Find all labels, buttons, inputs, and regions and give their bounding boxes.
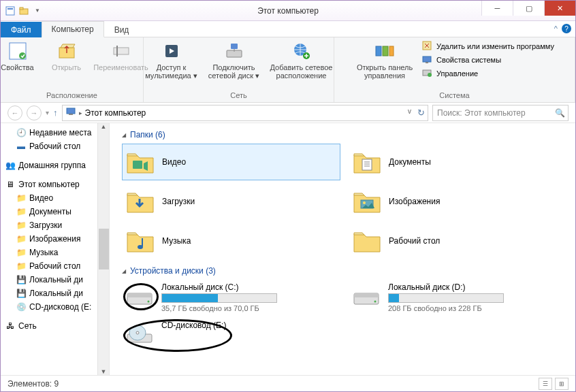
ribbon-sysprops[interactable]: Свойства системы xyxy=(421,54,554,66)
tree-documents[interactable]: 📁Документы xyxy=(5,205,109,218)
group-system-label: Система xyxy=(439,90,469,102)
svg-rect-18 xyxy=(423,56,431,62)
drive-c[interactable]: Локальный диск (C:) 35,7 ГБ свободно из … xyxy=(122,280,340,315)
ribbon-properties[interactable]: Свойства xyxy=(0,39,42,73)
capacity-bar xyxy=(161,293,277,303)
mapdrive-icon xyxy=(223,40,245,62)
tree-drived[interactable]: 💾Локальный ди xyxy=(5,287,109,300)
nav-tree: 🕘Недавние места ▬Рабочий стол 👥Домашняя … xyxy=(1,123,110,375)
hdd-icon xyxy=(125,282,155,310)
folder-icon xyxy=(125,186,155,216)
tree-drivec[interactable]: 💾Локальный ди xyxy=(5,273,109,287)
drive-e[interactable]: CD-дисковод (E:) xyxy=(122,318,340,350)
qat-dropdown-icon[interactable]: ▼ xyxy=(32,5,43,16)
svg-point-37 xyxy=(136,331,139,334)
capacity-bar xyxy=(388,293,504,303)
cdrom-icon: 💿 xyxy=(16,301,27,312)
tab-file[interactable]: Файл xyxy=(1,22,42,37)
minimize-button[interactable]: ─ xyxy=(481,1,513,16)
address-bar[interactable]: ▸ Этот компьютер v ↻ xyxy=(62,105,429,121)
ribbon-media[interactable]: Доступ к мультимедиа ▾ xyxy=(141,39,202,82)
svg-rect-0 xyxy=(6,7,14,15)
up-button[interactable]: ↑ xyxy=(53,108,58,118)
dropdown-icon[interactable]: v xyxy=(408,108,411,115)
tree-recent[interactable]: 🕘Недавние места xyxy=(5,126,109,140)
ribbon-mapdrive[interactable]: Подключить сетевой диск ▾ xyxy=(204,39,265,82)
maximize-button[interactable]: ▢ xyxy=(513,1,544,16)
svg-rect-8 xyxy=(116,46,118,56)
drive-icon: 💾 xyxy=(16,274,27,285)
tab-computer[interactable]: Компьютер xyxy=(42,21,104,37)
folder-icon xyxy=(352,186,382,216)
sysprops-icon xyxy=(421,54,432,66)
svg-rect-15 xyxy=(383,46,388,56)
drive-d[interactable]: Локальный диск (D:) 208 ГБ свободно из 2… xyxy=(349,280,567,315)
ribbon-manage[interactable]: Управление xyxy=(421,67,554,80)
svg-rect-23 xyxy=(69,114,73,115)
search-box[interactable]: Поиск: Этот компьютер 🔍 xyxy=(432,105,569,121)
tree-video[interactable]: 📁Видео xyxy=(5,191,109,205)
tree-scrollbar[interactable]: ▲▼ xyxy=(97,123,109,375)
folder-icon xyxy=(352,147,382,177)
tree-cdrom[interactable]: 💿CD-дисковод (E: xyxy=(5,300,109,314)
forward-button[interactable]: → xyxy=(27,105,42,120)
controlpanel-icon xyxy=(374,40,396,62)
tree-desktop[interactable]: ▬Рабочий стол xyxy=(5,140,109,153)
recent-icon: 🕘 xyxy=(16,127,27,138)
pictures-icon: 📁 xyxy=(16,233,27,244)
back-button[interactable]: ← xyxy=(7,105,22,120)
svg-point-28 xyxy=(138,245,143,249)
tree-thispc[interactable]: 🖥Этот компьютер xyxy=(5,178,109,191)
ribbon-addloc[interactable]: Добавить сетевое расположение xyxy=(266,39,337,82)
folder-desktop[interactable]: Рабочий стол xyxy=(349,223,567,259)
svg-point-31 xyxy=(148,301,150,303)
ribbon-uninstall[interactable]: Удалить или изменить программу xyxy=(421,40,554,52)
qat-properties-icon[interactable] xyxy=(5,5,16,16)
svg-rect-22 xyxy=(67,108,75,114)
status-bar: Элементов: 9 ☰ ⊞ xyxy=(1,375,575,391)
group-location-label: Расположение xyxy=(46,90,97,102)
tree-network[interactable]: 🖧Сеть xyxy=(5,319,109,333)
ribbon-tabs: Файл Компьютер Вид ^ ? xyxy=(1,21,575,37)
svg-rect-30 xyxy=(127,293,152,297)
folder-pictures[interactable]: Изображения xyxy=(349,183,567,220)
addloc-icon xyxy=(291,40,313,62)
folder-downloads[interactable]: Загрузки xyxy=(122,183,340,220)
svg-point-21 xyxy=(428,73,432,77)
ribbon-collapse-icon[interactable]: ^ xyxy=(554,24,558,33)
svg-rect-19 xyxy=(426,62,428,63)
tree-desk2[interactable]: 📁Рабочий стол xyxy=(5,259,109,273)
ribbon-open[interactable]: Открыть xyxy=(43,39,91,73)
folder-video[interactable]: Видео xyxy=(122,144,340,180)
close-button[interactable]: ✕ xyxy=(544,1,575,16)
section-folders[interactable]: Папки (6) xyxy=(122,130,567,140)
history-dropdown[interactable]: ▾ xyxy=(46,109,49,116)
tree-music[interactable]: 📁Музыка xyxy=(5,246,109,259)
media-icon xyxy=(161,40,182,62)
folder-icon xyxy=(352,226,382,256)
folder-music[interactable]: Музыка xyxy=(122,223,340,259)
tree-downloads[interactable]: 📁Загрузки xyxy=(5,218,109,232)
tab-view[interactable]: Вид xyxy=(104,22,140,37)
refresh-icon[interactable]: ↻ xyxy=(417,108,425,118)
status-count: Элементов: 9 xyxy=(7,379,59,389)
drive-icon: 💾 xyxy=(16,288,27,299)
view-icons-button[interactable]: ⊞ xyxy=(555,378,569,390)
crumb-thispc[interactable]: Этот компьютер xyxy=(85,108,146,118)
svg-rect-14 xyxy=(376,46,381,56)
hdd-icon xyxy=(351,282,381,310)
svg-point-34 xyxy=(374,301,377,303)
svg-rect-16 xyxy=(389,46,394,56)
ribbon-controlpanel[interactable]: Открыть панель управления xyxy=(352,39,417,81)
window-title: Этот компьютер xyxy=(257,6,319,16)
manage-icon xyxy=(421,67,432,80)
qat-newfolder-icon[interactable] xyxy=(18,5,29,16)
view-details-button[interactable]: ☰ xyxy=(539,378,552,390)
desktop2-icon: 📁 xyxy=(16,261,27,272)
svg-point-27 xyxy=(363,201,366,204)
tree-homegroup[interactable]: 👥Домашняя группа xyxy=(5,159,109,172)
section-drives[interactable]: Устройства и диски (3) xyxy=(122,266,567,276)
folder-documents[interactable]: Документы xyxy=(349,144,567,180)
help-icon[interactable]: ? xyxy=(562,24,571,33)
tree-pictures[interactable]: 📁Изображения xyxy=(5,232,109,246)
